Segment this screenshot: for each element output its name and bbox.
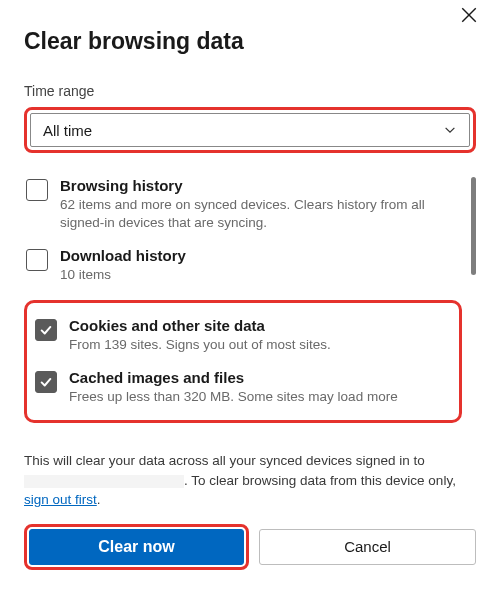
check-icon bbox=[39, 375, 53, 389]
clear-browsing-data-dialog: Clear browsing data Time range All time … bbox=[0, 0, 500, 600]
option-desc: 62 items and more on synced devices. Cle… bbox=[60, 196, 462, 231]
option-download-history: Download history 10 items bbox=[24, 241, 462, 294]
redacted-account bbox=[24, 475, 184, 488]
recommended-highlight: Cookies and other site data From 139 sit… bbox=[24, 300, 462, 423]
option-browsing-history: Browsing history 62 items and more on sy… bbox=[24, 171, 462, 241]
sync-warning-text: This will clear your data across all you… bbox=[24, 451, 476, 510]
option-desc: Frees up less than 320 MB. Some sites ma… bbox=[69, 388, 453, 406]
cancel-button[interactable]: Cancel bbox=[259, 529, 476, 565]
scrollbar-thumb[interactable] bbox=[471, 177, 476, 275]
options-scroll-area: Browsing history 62 items and more on sy… bbox=[24, 171, 476, 439]
checkbox-cookies[interactable] bbox=[35, 319, 57, 341]
dialog-buttons: Clear now Cancel bbox=[24, 524, 476, 570]
check-icon bbox=[39, 323, 53, 337]
option-desc: 10 items bbox=[60, 266, 462, 284]
sign-out-link[interactable]: sign out first bbox=[24, 492, 97, 507]
option-title: Browsing history bbox=[60, 177, 462, 194]
time-range-value: All time bbox=[43, 122, 92, 139]
time-range-highlight: All time bbox=[24, 107, 476, 153]
checkbox-cached[interactable] bbox=[35, 371, 57, 393]
close-button[interactable] bbox=[460, 6, 484, 30]
chevron-down-icon bbox=[443, 123, 457, 137]
option-title: Cookies and other site data bbox=[69, 317, 453, 334]
dialog-title: Clear browsing data bbox=[24, 28, 476, 55]
option-cookies: Cookies and other site data From 139 sit… bbox=[33, 311, 453, 364]
checkbox-browsing-history[interactable] bbox=[26, 179, 48, 201]
time-range-label: Time range bbox=[24, 83, 476, 99]
option-title: Cached images and files bbox=[69, 369, 453, 386]
close-icon bbox=[460, 6, 478, 24]
option-cached: Cached images and files Frees up less th… bbox=[33, 363, 453, 416]
option-desc: From 139 sites. Signs you out of most si… bbox=[69, 336, 453, 354]
clear-now-highlight: Clear now bbox=[24, 524, 249, 570]
clear-now-button[interactable]: Clear now bbox=[29, 529, 244, 565]
time-range-select[interactable]: All time bbox=[30, 113, 470, 147]
option-title: Download history bbox=[60, 247, 462, 264]
checkbox-download-history[interactable] bbox=[26, 249, 48, 271]
